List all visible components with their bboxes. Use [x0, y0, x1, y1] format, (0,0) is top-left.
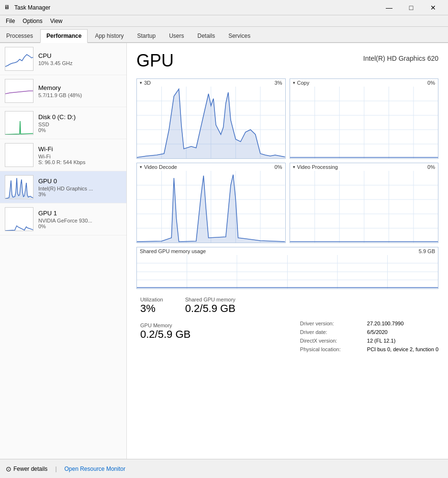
shared-memory-label: Shared GPU memory usage	[140, 248, 206, 254]
stat-shared-gpu-memory: Shared GPU memory 0.2/5.9 GB	[181, 295, 239, 317]
gpu0-info: GPU 0 Intel(R) HD Graphics ... 3%	[38, 178, 93, 197]
physical-location-label: Physical location:	[300, 346, 358, 352]
chart-video-processing-body	[290, 171, 438, 243]
driver-details: Driver version: 27.20.100.7990 Driver da…	[300, 321, 438, 353]
menu-view[interactable]: View	[46, 17, 67, 25]
gpu1-info: GPU 1 NVIDIA GeForce 930... 0%	[38, 210, 92, 229]
disk-name: Disk 0 (C: D:)	[38, 113, 76, 121]
maximize-button[interactable]: □	[400, 0, 422, 15]
content-header: GPU Intel(R) HD Graphics 620	[136, 51, 438, 71]
svg-rect-3	[5, 144, 34, 167]
sidebar-item-cpu[interactable]: CPU 10% 3.45 GHz	[0, 43, 126, 75]
wifi-thumb	[5, 143, 34, 167]
wifi-pct: S: 96.0 R: 544 Kbps	[38, 159, 85, 165]
driver-version-value: 27.20.100.7990	[367, 321, 403, 326]
tab-details[interactable]: Details	[191, 29, 221, 42]
fewer-details-button[interactable]: ⊙ Fewer details	[6, 465, 47, 473]
driver-date-value: 6/5/2020	[367, 329, 388, 335]
sidebar-item-gpu0[interactable]: GPU 0 Intel(R) HD Graphics ... 3%	[0, 171, 126, 203]
minimize-button[interactable]: —	[378, 0, 400, 15]
directx-version-label: DirectX version:	[300, 338, 358, 344]
chart-video-processing-svg	[290, 171, 438, 243]
memory-sub: 5.7/11.9 GB (48%)	[38, 92, 82, 98]
sidebar-item-memory[interactable]: Memory 5.7/11.9 GB (48%)	[0, 75, 126, 107]
gpu-model: Intel(R) HD Graphics 620	[363, 55, 438, 62]
tab-users[interactable]: Users	[163, 29, 190, 42]
sidebar-item-gpu1[interactable]: GPU 1 NVIDIA GeForce 930... 0%	[0, 203, 126, 235]
utilization-value: 3%	[140, 302, 163, 315]
menu-options[interactable]: Options	[19, 17, 46, 25]
chart-3d-body	[137, 87, 285, 158]
memory-name: Memory	[38, 84, 82, 91]
close-button[interactable]: ✕	[422, 0, 444, 15]
chevron-video-decode-icon: ▾	[140, 165, 142, 169]
gpu-memory-row: GPU Memory 0.2/5.9 GB Driver version: 27…	[136, 321, 438, 353]
charts-grid: ▾ 3D 3%	[136, 78, 438, 243]
cpu-info: CPU 10% 3.45 GHz	[38, 52, 73, 66]
sidebar-item-wifi[interactable]: Wi-Fi Wi-Fi S: 96.0 R: 544 Kbps	[0, 139, 126, 171]
wifi-info: Wi-Fi Wi-Fi S: 96.0 R: 544 Kbps	[38, 145, 85, 165]
wifi-name: Wi-Fi	[38, 145, 85, 153]
chart-video-decode: ▾ Video Decode 0%	[136, 163, 286, 243]
shared-memory-body	[137, 255, 438, 289]
app-title: Task Manager	[14, 4, 378, 11]
chevron-copy-icon: ▾	[293, 80, 295, 85]
detail-driver-date: Driver date: 6/5/2020	[300, 329, 438, 335]
gpu1-sub: NVIDIA GeForce 930...	[38, 218, 92, 223]
chart-copy-header: ▾ Copy 0%	[290, 79, 438, 87]
chart-copy-value: 0%	[427, 80, 435, 86]
disk-thumb	[5, 111, 34, 135]
gpu-memory-label: GPU Memory	[140, 322, 190, 328]
main-layout: CPU 10% 3.45 GHz Memory 5.7/11.9 GB (48%…	[0, 43, 448, 459]
gpu0-pct: 3%	[38, 191, 93, 197]
detail-directx-version: DirectX version: 12 (FL 12.1)	[300, 338, 438, 344]
footer: ⊙ Fewer details | Open Resource Monitor	[0, 459, 448, 478]
chart-video-processing-label: Video Processing	[297, 164, 338, 170]
stats-row: Utilization 3% Shared GPU memory 0.2/5.9…	[136, 295, 438, 317]
shared-memory-value: 5.9 GB	[419, 248, 435, 254]
chart-3d-svg	[137, 87, 285, 158]
chart-video-decode-value: 0%	[275, 164, 282, 170]
tab-performance[interactable]: Performance	[40, 29, 88, 43]
chart-video-processing-value: 0%	[427, 164, 435, 170]
window-controls: — □ ✕	[378, 0, 444, 15]
utilization-label: Utilization	[140, 297, 163, 302]
shared-memory-svg	[137, 255, 438, 289]
chart-3d-value: 3%	[275, 80, 282, 86]
chart-copy-body	[290, 87, 438, 158]
chevron-3d-icon: ▾	[140, 80, 142, 85]
cpu-thumb	[5, 47, 34, 71]
sidebar: CPU 10% 3.45 GHz Memory 5.7/11.9 GB (48%…	[0, 43, 127, 459]
tab-app-history[interactable]: App history	[89, 29, 130, 42]
gpu-memory-value: 0.2/5.9 GB	[140, 328, 190, 341]
tab-bar: Processes Performance App history Startu…	[0, 27, 448, 43]
gpu0-name: GPU 0	[38, 178, 93, 185]
cpu-name: CPU	[38, 52, 73, 59]
shared-memory-chart: Shared GPU memory usage 5.9 GB	[136, 247, 438, 289]
cpu-sub: 10% 3.45 GHz	[38, 60, 73, 66]
disk-sub: SSD	[38, 122, 76, 127]
fewer-details-label: Fewer details	[13, 466, 47, 472]
tab-startup[interactable]: Startup	[131, 29, 162, 42]
sidebar-item-disk[interactable]: Disk 0 (C: D:) SSD 0%	[0, 107, 126, 139]
disk-info: Disk 0 (C: D:) SSD 0%	[38, 113, 76, 133]
app-icon: 🖥	[4, 4, 11, 11]
wifi-sub: Wi-Fi	[38, 154, 85, 159]
detail-physical-location: Physical location: PCI bus 0, device 2, …	[300, 346, 438, 352]
chart-3d-header: ▾ 3D 3%	[137, 79, 285, 87]
memory-thumb	[5, 79, 34, 103]
disk-pct: 0%	[38, 127, 76, 133]
tab-services[interactable]: Services	[222, 29, 257, 42]
chart-3d: ▾ 3D 3%	[136, 78, 286, 159]
gpu0-sub: Intel(R) HD Graphics ...	[38, 186, 93, 191]
footer-divider: |	[55, 466, 56, 472]
gpu-title: GPU	[136, 51, 174, 71]
chart-video-processing: ▾ Video Processing 0%	[290, 163, 439, 243]
physical-location-value: PCI bus 0, device 2, function 0	[367, 346, 438, 352]
tab-processes[interactable]: Processes	[0, 29, 39, 42]
open-resource-monitor-link[interactable]: Open Resource Monitor	[65, 466, 125, 472]
shared-gpu-memory-label: Shared GPU memory	[185, 297, 235, 302]
chart-copy-label: Copy	[297, 80, 310, 86]
menu-file[interactable]: File	[2, 17, 19, 25]
title-bar: 🖥 Task Manager — □ ✕	[0, 0, 448, 15]
